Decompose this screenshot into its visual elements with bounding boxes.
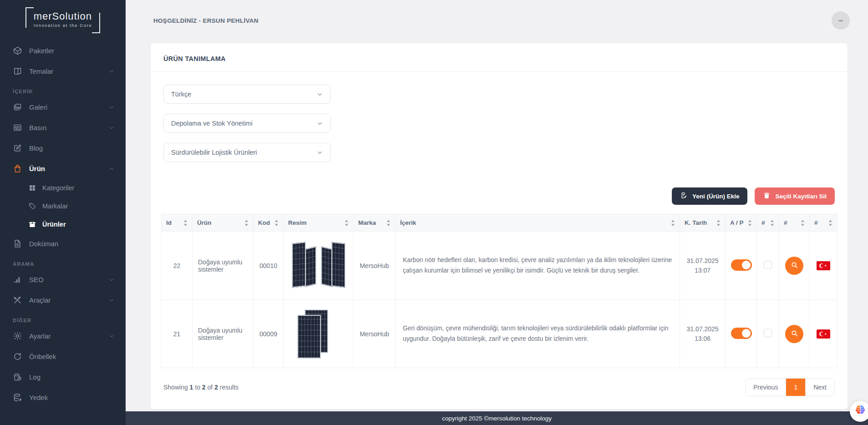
sidebar-item-label: Araçlar bbox=[29, 296, 102, 304]
active-toggle[interactable] bbox=[731, 328, 752, 339]
sidebar-subitem-markalar[interactable]: Markalar bbox=[0, 197, 126, 215]
assistant-widget[interactable] bbox=[850, 401, 868, 422]
product-image-solar-panels[interactable] bbox=[291, 240, 346, 291]
sort-icon[interactable] bbox=[386, 220, 391, 226]
gallery-icon bbox=[13, 102, 22, 112]
column-header-resim[interactable]: Resim bbox=[284, 214, 354, 232]
sidebar-subitem-kategoriler[interactable]: Kategoriler bbox=[0, 179, 126, 197]
pagination-next[interactable]: Next bbox=[805, 379, 834, 396]
column-label: Marka bbox=[358, 219, 376, 226]
sidebar-item-seo[interactable]: SEO bbox=[0, 269, 126, 290]
sidebar-nav: PaketlerTemalarİÇERİKGaleriBasınBlogÜrün… bbox=[0, 38, 126, 408]
filter-select-value: Türkçe bbox=[171, 91, 191, 98]
product-image-solar-panels[interactable] bbox=[291, 309, 346, 359]
column-header-hash-9[interactable]: # bbox=[779, 214, 810, 232]
tag-icon bbox=[28, 202, 36, 210]
package-icon bbox=[13, 46, 22, 56]
column-header-i-çerik[interactable]: İçerik bbox=[396, 214, 680, 232]
column-header-marka[interactable]: Marka bbox=[354, 214, 396, 232]
cell-image bbox=[284, 232, 354, 300]
topbar: HOŞGELDİNİZ - ERSUN PEHLİVAN bbox=[126, 0, 868, 41]
sidebar-item-paketler[interactable]: Paketler bbox=[0, 40, 126, 61]
table-body: 22Doğaya uyumlu sistemler00010MersoHubKa… bbox=[162, 232, 838, 368]
sort-icon[interactable] bbox=[345, 220, 349, 226]
sidebar-item-önbellek[interactable]: Önbellek bbox=[0, 346, 126, 367]
sort-icon[interactable] bbox=[274, 220, 279, 226]
sidebar-item-araçlar[interactable]: Araçlar bbox=[0, 290, 126, 310]
refresh-icon bbox=[13, 352, 22, 361]
sort-icon[interactable] bbox=[828, 220, 832, 226]
column-header-k-tarih[interactable]: K. Tarih bbox=[680, 214, 726, 232]
cell-language bbox=[810, 300, 838, 368]
sidebar-item-blog[interactable]: Blog bbox=[0, 138, 126, 158]
column-label: Ürün bbox=[197, 219, 212, 226]
chevron-down-icon bbox=[108, 125, 115, 131]
backup-icon bbox=[13, 393, 22, 402]
sidebar-item-ürün[interactable]: Ürün bbox=[0, 158, 126, 179]
welcome-text: HOŞGELDİNİZ - ERSUN PEHLİVAN bbox=[153, 17, 259, 24]
add-product-button[interactable]: Yeni (Ürün) Ekle bbox=[672, 187, 748, 205]
row-checkbox[interactable] bbox=[764, 329, 772, 337]
pagination-previous[interactable]: Previous bbox=[746, 379, 786, 396]
pagination-page-1[interactable]: 1 bbox=[786, 379, 805, 396]
sidebar-item-yedek[interactable]: Yedek bbox=[0, 387, 126, 408]
delete-selected-button[interactable]: Seçili Kayıtları Sil bbox=[755, 187, 835, 205]
sidebar-item-label: Ürün bbox=[29, 165, 102, 172]
sidebar-item-label: Log bbox=[29, 373, 115, 381]
toggle-knob bbox=[742, 261, 751, 269]
add-document-icon bbox=[680, 192, 688, 201]
sort-icon[interactable] bbox=[183, 220, 188, 226]
brand-logo[interactable]: merSolution Innovation at the Core bbox=[0, 0, 126, 38]
sidebar-item-ayarlar[interactable]: Ayarlar bbox=[0, 326, 126, 346]
sidebar-submenu-ürün: KategorilerMarkalarÜrünler bbox=[0, 179, 126, 233]
sidebar: merSolution Innovation at the Core Paket… bbox=[0, 0, 126, 425]
chevron-down-icon bbox=[108, 277, 115, 283]
sort-icon[interactable] bbox=[244, 220, 249, 226]
sidebar-item-temalar[interactable]: Temalar bbox=[0, 61, 126, 81]
sidebar-item-log[interactable]: Log bbox=[0, 367, 126, 387]
column-header-a-p[interactable]: A / P bbox=[726, 214, 757, 232]
sidebar-item-label: Temalar bbox=[29, 67, 102, 75]
cell-id: 21 bbox=[162, 300, 193, 368]
card-footer: Showing 1 to 2 of 2 results Previous 1 N… bbox=[151, 368, 848, 405]
view-detail-button[interactable] bbox=[785, 257, 803, 275]
sidebar-item-doküman[interactable]: Doküman bbox=[0, 233, 126, 254]
active-toggle[interactable] bbox=[731, 259, 752, 271]
turkish-flag-icon[interactable] bbox=[817, 261, 830, 268]
document-icon bbox=[13, 239, 22, 248]
cell-content: Karbon nötr hedefleri olan, karbon kredi… bbox=[396, 232, 680, 300]
search-icon bbox=[791, 329, 798, 339]
actions-row: Yeni (Ürün) Ekle Seçili Kayıtları Sil bbox=[151, 175, 848, 205]
user-avatar-button[interactable] bbox=[832, 11, 850, 30]
filter-select-language[interactable]: Türkçe bbox=[163, 85, 331, 104]
table-header-row: IdÜrünKodResimMarkaİçerikK. TarihA / P##… bbox=[162, 214, 838, 232]
column-header-id[interactable]: Id bbox=[162, 214, 193, 232]
column-header-kod[interactable]: Kod bbox=[254, 214, 284, 232]
view-detail-button[interactable] bbox=[785, 325, 803, 343]
row-checkbox[interactable] bbox=[764, 261, 772, 269]
sort-icon[interactable] bbox=[770, 220, 774, 226]
tools-icon bbox=[13, 295, 22, 305]
cell-product: Doğaya uyumlu sistemler bbox=[193, 300, 254, 368]
column-label: # bbox=[761, 219, 765, 226]
turkish-flag-icon[interactable] bbox=[817, 329, 830, 337]
column-header-ürün[interactable]: Ürün bbox=[193, 214, 254, 232]
sort-icon[interactable] bbox=[748, 220, 752, 226]
sort-icon[interactable] bbox=[671, 220, 675, 226]
sort-icon[interactable] bbox=[801, 220, 805, 226]
column-header-hash-8[interactable]: # bbox=[757, 214, 779, 232]
filter-select-category[interactable]: Depolama ve Stok Yönetimi bbox=[163, 114, 331, 133]
column-label: K. Tarih bbox=[685, 219, 707, 226]
chevron-down-icon bbox=[316, 91, 323, 98]
filter-select-subcategory[interactable]: Sürdürülebilir Lojistik Ürünleri bbox=[163, 143, 331, 162]
sidebar-section-i-çeri-k: İÇERİK bbox=[0, 81, 126, 97]
sidebar-item-label: Blog bbox=[29, 144, 115, 152]
main-area: HOŞGELDİNİZ - ERSUN PEHLİVAN ÜRÜN TANIML… bbox=[126, 0, 868, 425]
avatar-glyph-icon bbox=[838, 20, 843, 21]
sidebar-item-basın[interactable]: Basın bbox=[0, 117, 126, 138]
column-header-hash-10[interactable]: # bbox=[810, 214, 838, 232]
sidebar-item-galeri[interactable]: Galeri bbox=[0, 97, 126, 117]
sidebar-subitem-label: Ürünler bbox=[42, 221, 66, 228]
sort-icon[interactable] bbox=[716, 220, 721, 226]
sidebar-subitem-ürünler[interactable]: Ürünler bbox=[0, 215, 126, 233]
